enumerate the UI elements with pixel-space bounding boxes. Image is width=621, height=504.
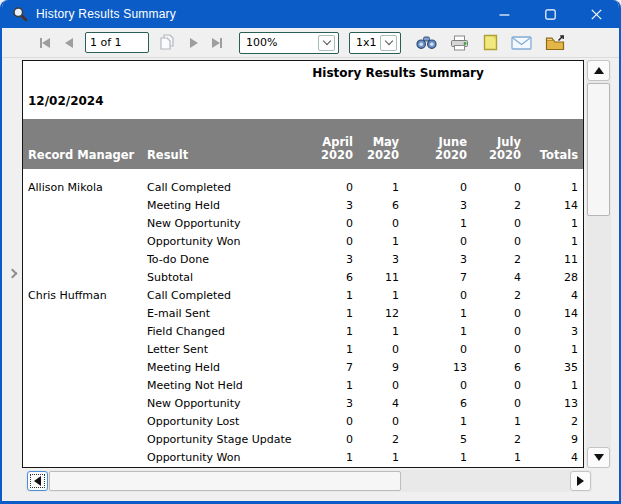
value-cell: 1 bbox=[467, 413, 521, 431]
column-header-may: May 2020 bbox=[353, 136, 399, 162]
zoom-select[interactable]: 100% bbox=[239, 32, 339, 54]
value-cell: 0 bbox=[399, 287, 467, 305]
table-row: New Opportunity00101 bbox=[28, 215, 584, 233]
email-button[interactable] bbox=[511, 32, 532, 54]
value-cell: 1 bbox=[399, 215, 467, 233]
value-cell: 1 bbox=[353, 323, 399, 341]
page-layout-select[interactable]: 1x1 bbox=[349, 32, 401, 54]
zoom-value: 100% bbox=[246, 36, 277, 49]
record-manager-cell bbox=[28, 305, 147, 323]
next-page-button[interactable] bbox=[185, 32, 203, 54]
previous-page-button[interactable] bbox=[60, 32, 78, 54]
value-cell: 1 bbox=[297, 341, 353, 359]
value-cell: 35 bbox=[521, 359, 578, 377]
value-cell: 2 bbox=[467, 197, 521, 215]
value-cell: 3 bbox=[297, 251, 353, 269]
result-cell: Meeting Held bbox=[147, 197, 297, 215]
minimize-button[interactable] bbox=[481, 0, 527, 28]
value-cell: 0 bbox=[399, 233, 467, 251]
horizontal-scrollbar[interactable] bbox=[26, 470, 592, 492]
scroll-left-button[interactable] bbox=[27, 471, 48, 491]
value-cell: 0 bbox=[297, 413, 353, 431]
table-row: E-mail Sent1121014 bbox=[28, 305, 584, 323]
vertical-scrollbar[interactable] bbox=[586, 60, 611, 468]
next-page-icon bbox=[190, 38, 198, 48]
table-row: To-do Done333211 bbox=[28, 251, 584, 269]
record-manager-cell bbox=[28, 323, 147, 341]
value-cell: 0 bbox=[297, 233, 353, 251]
value-cell: 1 bbox=[399, 449, 467, 467]
scroll-down-button[interactable] bbox=[587, 447, 610, 468]
value-cell: 0 bbox=[399, 179, 467, 197]
value-cell: 1 bbox=[521, 233, 578, 251]
panel-toggle-handle[interactable] bbox=[4, 258, 20, 288]
report-body: History Results Summary 12/02/2024 Recor… bbox=[23, 66, 584, 467]
scroll-right-button[interactable] bbox=[570, 471, 591, 491]
first-page-button[interactable] bbox=[36, 32, 54, 54]
value-cell: 0 bbox=[297, 431, 353, 449]
value-cell: 14 bbox=[521, 197, 578, 215]
folder-button[interactable] bbox=[545, 32, 566, 54]
horizontal-scrollbar-thumb[interactable] bbox=[49, 471, 401, 491]
previous-page-icon bbox=[65, 38, 73, 48]
value-cell: 6 bbox=[297, 269, 353, 287]
find-button[interactable] bbox=[416, 32, 437, 54]
value-cell: 1 bbox=[353, 449, 399, 467]
value-cell: 1 bbox=[399, 413, 467, 431]
chevron-down-icon bbox=[380, 35, 397, 51]
table-row: New Opportunity346013 bbox=[28, 395, 584, 413]
copy-pages-button[interactable] bbox=[158, 32, 176, 54]
page-number-input[interactable] bbox=[85, 32, 149, 53]
report-magnifier-icon bbox=[12, 6, 28, 22]
close-button[interactable] bbox=[573, 0, 619, 28]
value-cell: 0 bbox=[353, 377, 399, 395]
record-manager-cell bbox=[28, 233, 147, 251]
value-cell: 1 bbox=[353, 179, 399, 197]
maximize-button[interactable] bbox=[527, 0, 573, 28]
value-cell: 0 bbox=[467, 305, 521, 323]
result-cell: Field Changed bbox=[147, 323, 297, 341]
value-cell: 3 bbox=[297, 197, 353, 215]
chevron-down-icon bbox=[318, 35, 335, 51]
report-date: 12/02/2024 bbox=[23, 94, 584, 108]
export-button[interactable] bbox=[483, 32, 498, 54]
report-title: History Results Summary bbox=[23, 66, 584, 80]
value-cell: 5 bbox=[399, 431, 467, 449]
scroll-up-button[interactable] bbox=[587, 60, 610, 81]
value-cell: 0 bbox=[399, 341, 467, 359]
chevron-right-icon bbox=[7, 268, 17, 278]
result-cell: New Opportunity bbox=[147, 215, 297, 233]
table-row: Chris HuffmanCall Completed11024 bbox=[28, 287, 584, 305]
value-cell: 1 bbox=[353, 287, 399, 305]
record-manager-cell bbox=[28, 197, 147, 215]
value-cell: 13 bbox=[399, 359, 467, 377]
record-manager-cell bbox=[28, 341, 147, 359]
result-cell: To-do Done bbox=[147, 251, 297, 269]
value-cell: 0 bbox=[399, 377, 467, 395]
value-cell: 1 bbox=[399, 323, 467, 341]
last-page-button[interactable] bbox=[208, 32, 226, 54]
value-cell: 0 bbox=[353, 413, 399, 431]
column-header-april: April 2020 bbox=[297, 136, 353, 162]
value-cell: 1 bbox=[297, 377, 353, 395]
table-row: Opportunity Won01001 bbox=[28, 233, 584, 251]
record-manager-cell bbox=[28, 413, 147, 431]
value-cell: 9 bbox=[353, 359, 399, 377]
record-manager-cell bbox=[28, 251, 147, 269]
result-cell: Call Completed bbox=[147, 179, 297, 197]
result-cell: Meeting Not Held bbox=[147, 377, 297, 395]
print-button[interactable] bbox=[450, 32, 469, 54]
layout-value: 1x1 bbox=[356, 36, 377, 49]
table-row: Subtotal6117428 bbox=[28, 269, 584, 287]
value-cell: 0 bbox=[297, 215, 353, 233]
value-cell: 3 bbox=[297, 395, 353, 413]
vertical-scrollbar-thumb[interactable] bbox=[587, 83, 610, 216]
value-cell: 1 bbox=[521, 215, 578, 233]
value-cell: 0 bbox=[467, 215, 521, 233]
last-page-icon bbox=[212, 38, 222, 48]
column-header-result: Result bbox=[147, 148, 297, 162]
value-cell: 1 bbox=[297, 305, 353, 323]
value-cell: 0 bbox=[467, 341, 521, 359]
value-cell: 3 bbox=[353, 251, 399, 269]
value-cell: 1 bbox=[467, 449, 521, 467]
